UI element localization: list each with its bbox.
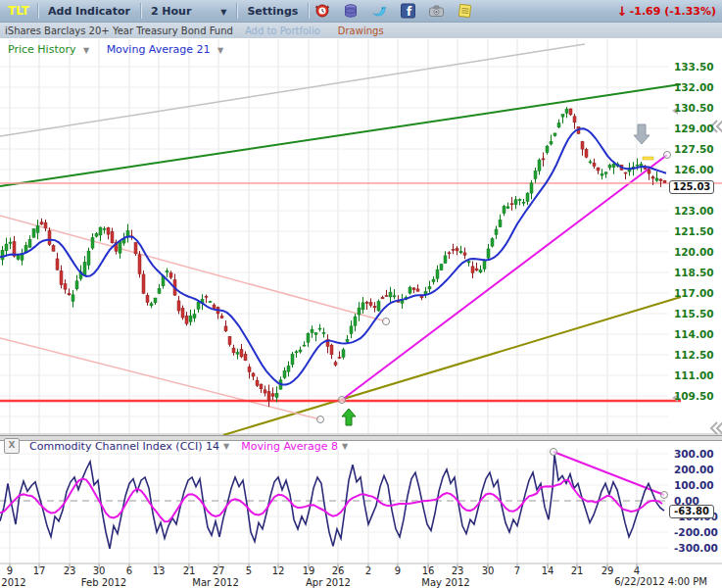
candle-body bbox=[220, 317, 223, 318]
candle-body bbox=[467, 262, 470, 263]
gray-trendline bbox=[0, 44, 585, 136]
candle-body bbox=[491, 239, 494, 246]
candle-body bbox=[95, 233, 98, 236]
candle-body bbox=[608, 166, 611, 169]
candle-body bbox=[534, 172, 537, 179]
candle-body bbox=[311, 329, 313, 332]
candle-body bbox=[412, 288, 415, 290]
candle-body bbox=[604, 172, 607, 174]
candle-body bbox=[416, 289, 419, 291]
cci-dropdown[interactable]: Commodity Channel Index (CCI) 14 bbox=[29, 440, 219, 453]
price-axis-label: 123.00 bbox=[674, 205, 719, 217]
price-axis-label: 127.50 bbox=[674, 143, 719, 155]
drawing-handle-circle bbox=[664, 152, 671, 159]
candle-body bbox=[585, 150, 588, 158]
candle-body bbox=[655, 178, 658, 180]
candle-body bbox=[271, 394, 274, 396]
cci-ma-dropdown[interactable]: Moving Average 8 bbox=[241, 440, 338, 453]
candle-body bbox=[440, 265, 443, 270]
candle-body bbox=[518, 200, 521, 201]
candle-body bbox=[597, 168, 600, 171]
price-axis-label: 120.00 bbox=[674, 246, 719, 258]
candle-body bbox=[232, 348, 235, 353]
candle-body bbox=[459, 252, 462, 253]
candle-body bbox=[663, 180, 666, 182]
candle-body bbox=[561, 115, 564, 117]
candle-body bbox=[624, 172, 627, 173]
candle-body bbox=[314, 333, 317, 335]
candle-body bbox=[651, 177, 654, 178]
chevron-down-icon: ▼ bbox=[342, 442, 348, 451]
candle-body bbox=[295, 352, 298, 353]
candle-body bbox=[169, 273, 172, 277]
candle-body bbox=[260, 384, 263, 389]
candle-body bbox=[154, 298, 157, 303]
candle-body bbox=[342, 350, 345, 358]
price-panel-header: Price History ▼ Moving Average 21 ▼ bbox=[8, 43, 223, 56]
candle-body bbox=[538, 160, 541, 171]
candle-body bbox=[381, 297, 384, 299]
price-ma-dropdown[interactable]: Moving Average 21 bbox=[107, 43, 211, 56]
candle-body bbox=[119, 241, 121, 253]
candle-body bbox=[205, 296, 208, 297]
candle-body bbox=[209, 302, 212, 303]
candle-body bbox=[448, 253, 451, 254]
current-cci-box: -63.80 bbox=[669, 505, 714, 518]
candle-body bbox=[546, 146, 549, 152]
candle-body bbox=[142, 274, 145, 293]
candle-body bbox=[1, 250, 4, 260]
price-axis-label: 130.50 bbox=[674, 102, 719, 114]
price-axis-label: 111.00 bbox=[674, 369, 719, 381]
chevron-down-icon: ▼ bbox=[223, 442, 229, 451]
candle-body bbox=[573, 117, 576, 122]
candle-body bbox=[287, 366, 290, 371]
candle-body bbox=[495, 229, 498, 234]
candle-body bbox=[185, 316, 188, 323]
candle-body bbox=[21, 255, 24, 261]
candle-body bbox=[193, 315, 196, 318]
current-price-box: 125.03 bbox=[669, 180, 714, 194]
up-arrow-marker bbox=[342, 409, 356, 425]
price-axis-label: 114.00 bbox=[674, 328, 719, 340]
candle-body bbox=[134, 242, 137, 253]
candle-body bbox=[463, 253, 466, 255]
close-indicator-button[interactable]: X bbox=[4, 438, 20, 454]
candle-body bbox=[64, 284, 67, 289]
price-axis-label: 117.00 bbox=[674, 287, 719, 299]
candle-body bbox=[40, 222, 43, 224]
candle-body bbox=[224, 326, 227, 331]
candle-body bbox=[659, 179, 662, 181]
candle-body bbox=[256, 380, 259, 385]
chart-canvas[interactable] bbox=[0, 0, 722, 588]
price-axis-label: 115.50 bbox=[674, 308, 719, 319]
candle-body bbox=[150, 304, 153, 306]
candle-body bbox=[213, 305, 216, 309]
candle-body bbox=[283, 370, 286, 377]
candle-body bbox=[350, 326, 353, 334]
candle-body bbox=[87, 251, 90, 265]
candle-body bbox=[72, 295, 74, 302]
price-history-dropdown[interactable]: Price History bbox=[8, 43, 75, 56]
candle-body bbox=[291, 354, 294, 365]
drawing-handle-circle bbox=[551, 449, 557, 456]
candle-body bbox=[197, 302, 200, 309]
price-axis-label: 126.00 bbox=[674, 164, 719, 175]
candle-body bbox=[303, 345, 306, 346]
cci-axis-label: 100.00 bbox=[674, 479, 719, 491]
cci-axis-label: 200.00 bbox=[674, 464, 719, 475]
candle-body bbox=[373, 306, 376, 308]
candle-body bbox=[554, 133, 556, 136]
candle-body bbox=[52, 246, 55, 252]
candle-body bbox=[550, 142, 553, 144]
candle-body bbox=[432, 279, 435, 281]
cci-axis-label: 300.00 bbox=[674, 448, 719, 460]
candle-body bbox=[601, 173, 603, 175]
candle-body bbox=[83, 263, 86, 276]
candle-body bbox=[158, 288, 161, 293]
candle-body bbox=[354, 317, 357, 325]
candle-body bbox=[267, 392, 270, 401]
candle-body bbox=[36, 225, 39, 232]
candle-body bbox=[5, 244, 8, 251]
candle-body bbox=[428, 287, 431, 289]
candle-body bbox=[228, 336, 231, 344]
